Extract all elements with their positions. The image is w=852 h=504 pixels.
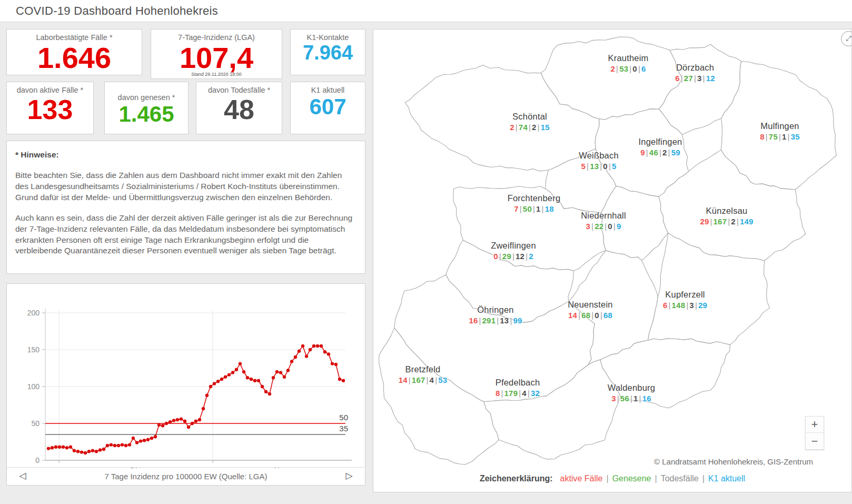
chart-prev-button[interactable]: ◁ bbox=[16, 470, 29, 482]
stat-stand-note: Stand 29.11.2020 18:00 bbox=[151, 72, 282, 77]
chart-caption: 7 Tage Inzidenz pro 100000 EW (Quelle: L… bbox=[104, 472, 267, 481]
map-attribution: © Landratsamt Hohenlohekreis, GIS-Zentru… bbox=[654, 457, 813, 466]
legend-separator: | bbox=[699, 474, 708, 483]
stat-value: 133 bbox=[27, 95, 73, 124]
hinweise-title: * Hinweise: bbox=[15, 150, 356, 161]
legend-item-genesene: Genesene bbox=[612, 474, 651, 483]
map-zoom-control: + − bbox=[805, 416, 824, 450]
zoom-in-button[interactable]: + bbox=[806, 417, 824, 433]
stat-label: davon aktive Fälle * bbox=[17, 86, 84, 94]
chart-next-button[interactable]: ▷ bbox=[343, 470, 355, 482]
legend-item-todesf-lle: Todesfälle bbox=[661, 474, 699, 483]
stat-label: K1-Kontakte bbox=[307, 33, 349, 42]
zoom-out-button[interactable]: − bbox=[806, 433, 824, 449]
stat-value: 48 bbox=[224, 95, 254, 124]
stat-value: 607 bbox=[309, 95, 346, 118]
stat-card-aktive-faelle: davon aktive Fälle * 133 bbox=[6, 82, 94, 134]
hinweise-paragraph-2: Auch kann es sein, dass die Zahl der der… bbox=[15, 213, 356, 257]
hinweise-paragraph-1: Bitte beachten Sie, dass die Zahlen aus … bbox=[15, 170, 356, 203]
svg-text:35: 35 bbox=[339, 424, 348, 433]
stat-value: 1.465 bbox=[118, 103, 174, 126]
incidence-chart-panel: 050100150200OktNov5035 ◁ 7 Tage Inzidenz… bbox=[6, 283, 365, 486]
hinweise-panel: * Hinweise: Bitte beachten Sie, dass die… bbox=[6, 141, 365, 274]
svg-text:50: 50 bbox=[339, 413, 348, 422]
stat-card-todesfaelle: davon Todesfälle * 48 bbox=[196, 82, 282, 134]
map-panel: Krautheim2|53|0|6Dörzbach6|27|3|12Schönt… bbox=[373, 29, 852, 492]
dashboard-page: COVID-19 Dashboard Hohenlohekreis Laborb… bbox=[0, 0, 852, 504]
header: COVID-19 Dashboard Hohenlohekreis bbox=[0, 0, 852, 22]
svg-text:150: 150 bbox=[27, 345, 40, 354]
legend-separator: | bbox=[651, 474, 661, 483]
stat-label: Laborbestätigte Fälle * bbox=[36, 33, 112, 42]
stat-label: K1 aktuell bbox=[311, 86, 345, 94]
incidence-line-chart: 050100150200OktNov5035 bbox=[7, 284, 365, 468]
municipality-shape[interactable] bbox=[601, 186, 668, 261]
stat-card-k1-kontakte: K1-Kontakte 7.964 bbox=[290, 29, 365, 75]
stat-label: 7-Tage-Inzidenz (LGA) bbox=[178, 33, 255, 42]
legend-items: aktive Fälle|Genesene|Todesfälle|K1 aktu… bbox=[560, 474, 746, 483]
stat-card-7-tage-inzidenz: 7-Tage-Inzidenz (LGA) 107,4 Stand 29.11.… bbox=[151, 29, 282, 79]
legend-separator: | bbox=[603, 474, 612, 483]
stat-value: 107,4 bbox=[180, 43, 253, 74]
municipality-map[interactable] bbox=[373, 29, 851, 492]
stat-card-k1-aktuell: K1 aktuell 607 bbox=[290, 82, 365, 134]
legend-title: Zeichenerklärung: bbox=[480, 474, 553, 483]
stat-value: 1.646 bbox=[37, 43, 111, 74]
expand-icon[interactable]: ⤢ bbox=[841, 31, 852, 46]
map-legend: Zeichenerklärung: aktive Fälle|Genesene|… bbox=[373, 474, 851, 483]
chart-caption-bar: ◁ 7 Tage Inzidenz pro 100000 EW (Quelle:… bbox=[7, 467, 365, 485]
stat-card-genesen: davon genesen * 1.465 bbox=[104, 82, 189, 134]
stat-label: davon genesen * bbox=[118, 93, 175, 102]
stat-value: 7.964 bbox=[303, 43, 353, 64]
svg-text:100: 100 bbox=[27, 382, 40, 391]
legend-item-k1-aktuell: K1 aktuell bbox=[708, 474, 745, 483]
svg-text:50: 50 bbox=[31, 419, 39, 428]
svg-text:200: 200 bbox=[27, 309, 40, 317]
stat-label: davon Todesfälle * bbox=[208, 86, 270, 94]
stat-card-laborbestaetigte-faelle: Laborbestätigte Fälle * 1.646 bbox=[6, 29, 142, 75]
legend-item-aktive-f-lle: aktive Fälle bbox=[560, 474, 603, 483]
svg-text:0: 0 bbox=[35, 456, 39, 465]
page-title: COVID-19 Dashboard Hohenlohekreis bbox=[0, 0, 852, 22]
